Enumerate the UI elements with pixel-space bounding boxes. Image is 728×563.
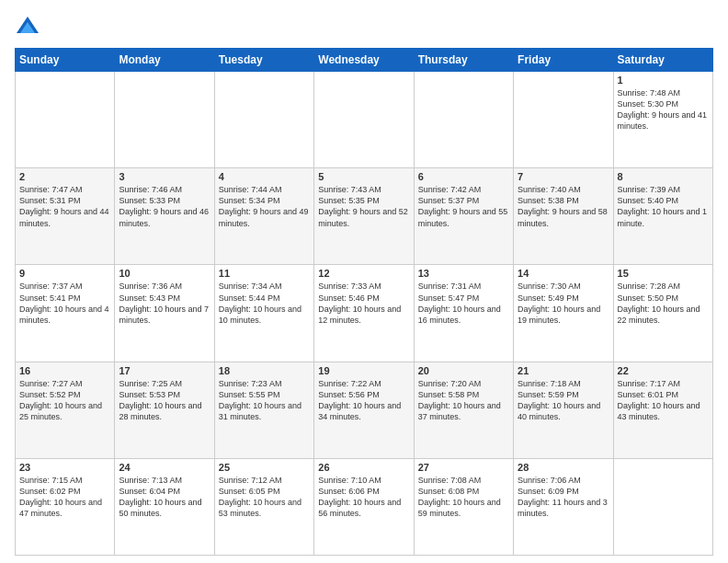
day-number: 15: [618, 268, 709, 279]
day-cell: 16Sunrise: 7:27 AM Sunset: 5:52 PM Dayli…: [16, 362, 115, 458]
day-cell: 13Sunrise: 7:31 AM Sunset: 5:47 PM Dayli…: [414, 265, 513, 362]
day-cell: 23Sunrise: 7:15 AM Sunset: 6:02 PM Dayli…: [16, 458, 115, 555]
day-info: Sunrise: 7:36 AM Sunset: 5:43 PM Dayligh…: [119, 281, 210, 326]
day-cell: 25Sunrise: 7:12 AM Sunset: 6:05 PM Dayli…: [214, 458, 313, 555]
day-info: Sunrise: 7:25 AM Sunset: 5:53 PM Dayligh…: [119, 378, 210, 423]
day-cell: 26Sunrise: 7:10 AM Sunset: 6:06 PM Dayli…: [314, 458, 414, 555]
day-cell: 17Sunrise: 7:25 AM Sunset: 5:53 PM Dayli…: [115, 362, 214, 458]
day-number: 22: [618, 365, 709, 376]
day-info: Sunrise: 7:20 AM Sunset: 5:58 PM Dayligh…: [418, 378, 509, 423]
day-info: Sunrise: 7:17 AM Sunset: 6:01 PM Dayligh…: [618, 378, 709, 423]
day-info: Sunrise: 7:42 AM Sunset: 5:37 PM Dayligh…: [418, 184, 509, 229]
weekday-tuesday: Tuesday: [214, 49, 313, 72]
calendar-body: 1Sunrise: 7:48 AM Sunset: 5:30 PM Daylig…: [16, 72, 713, 556]
day-cell: 19Sunrise: 7:22 AM Sunset: 5:56 PM Dayli…: [314, 362, 414, 458]
day-number: 6: [418, 171, 509, 182]
day-info: Sunrise: 7:23 AM Sunset: 5:55 PM Dayligh…: [219, 378, 310, 423]
day-number: 13: [418, 268, 509, 279]
weekday-sunday: Sunday: [16, 49, 115, 72]
day-number: 3: [119, 171, 210, 182]
day-info: Sunrise: 7:44 AM Sunset: 5:34 PM Dayligh…: [219, 184, 310, 229]
day-cell: 6Sunrise: 7:42 AM Sunset: 5:37 PM Daylig…: [414, 168, 513, 265]
day-info: Sunrise: 7:37 AM Sunset: 5:41 PM Dayligh…: [19, 281, 110, 326]
day-cell: 11Sunrise: 7:34 AM Sunset: 5:44 PM Dayli…: [214, 265, 313, 362]
day-cell: [514, 72, 613, 168]
day-number: 1: [618, 75, 709, 86]
weekday-thursday: Thursday: [414, 49, 513, 72]
day-number: 28: [518, 462, 609, 473]
calendar-table: SundayMondayTuesdayWednesdayThursdayFrid…: [15, 48, 713, 556]
day-number: 17: [119, 365, 210, 376]
day-number: 26: [318, 462, 409, 473]
day-number: 14: [518, 268, 609, 279]
day-cell: 28Sunrise: 7:06 AM Sunset: 6:09 PM Dayli…: [514, 458, 613, 555]
week-row-4: 23Sunrise: 7:15 AM Sunset: 6:02 PM Dayli…: [16, 458, 713, 555]
week-row-2: 9Sunrise: 7:37 AM Sunset: 5:41 PM Daylig…: [16, 265, 713, 362]
day-number: 8: [618, 171, 709, 182]
day-number: 19: [318, 365, 409, 376]
header: [15, 15, 713, 40]
day-info: Sunrise: 7:47 AM Sunset: 5:31 PM Dayligh…: [19, 184, 110, 229]
day-cell: 22Sunrise: 7:17 AM Sunset: 6:01 PM Dayli…: [613, 362, 712, 458]
day-number: 18: [219, 365, 310, 376]
day-info: Sunrise: 7:28 AM Sunset: 5:50 PM Dayligh…: [618, 281, 709, 326]
day-number: 21: [518, 365, 609, 376]
day-cell: 21Sunrise: 7:18 AM Sunset: 5:59 PM Dayli…: [514, 362, 613, 458]
logo: [15, 15, 44, 40]
day-number: 25: [219, 462, 310, 473]
logo-icon: [15, 15, 40, 40]
day-cell: 1Sunrise: 7:48 AM Sunset: 5:30 PM Daylig…: [613, 72, 712, 168]
day-number: 4: [219, 171, 310, 182]
day-number: 7: [518, 171, 609, 182]
day-info: Sunrise: 7:33 AM Sunset: 5:46 PM Dayligh…: [318, 281, 409, 326]
weekday-monday: Monday: [115, 49, 214, 72]
day-number: 20: [418, 365, 509, 376]
weekday-saturday: Saturday: [613, 49, 712, 72]
day-info: Sunrise: 7:46 AM Sunset: 5:33 PM Dayligh…: [119, 184, 210, 229]
day-number: 12: [318, 268, 409, 279]
day-cell: 20Sunrise: 7:20 AM Sunset: 5:58 PM Dayli…: [414, 362, 513, 458]
day-info: Sunrise: 7:22 AM Sunset: 5:56 PM Dayligh…: [318, 378, 409, 423]
day-info: Sunrise: 7:13 AM Sunset: 6:04 PM Dayligh…: [119, 475, 210, 520]
day-number: 23: [19, 462, 110, 473]
day-cell: [613, 458, 712, 555]
day-cell: [16, 72, 115, 168]
day-info: Sunrise: 7:06 AM Sunset: 6:09 PM Dayligh…: [518, 475, 609, 520]
day-number: 27: [418, 462, 509, 473]
day-info: Sunrise: 7:15 AM Sunset: 6:02 PM Dayligh…: [19, 475, 110, 520]
day-info: Sunrise: 7:27 AM Sunset: 5:52 PM Dayligh…: [19, 378, 110, 423]
day-info: Sunrise: 7:18 AM Sunset: 5:59 PM Dayligh…: [518, 378, 609, 423]
day-number: 10: [119, 268, 210, 279]
weekday-friday: Friday: [514, 49, 613, 72]
day-cell: [214, 72, 313, 168]
day-cell: [115, 72, 214, 168]
day-cell: 14Sunrise: 7:30 AM Sunset: 5:49 PM Dayli…: [514, 265, 613, 362]
weekday-wednesday: Wednesday: [314, 49, 414, 72]
day-cell: [314, 72, 414, 168]
day-info: Sunrise: 7:31 AM Sunset: 5:47 PM Dayligh…: [418, 281, 509, 326]
day-info: Sunrise: 7:39 AM Sunset: 5:40 PM Dayligh…: [618, 184, 709, 229]
day-info: Sunrise: 7:08 AM Sunset: 6:08 PM Dayligh…: [418, 475, 509, 520]
day-info: Sunrise: 7:43 AM Sunset: 5:35 PM Dayligh…: [318, 184, 409, 229]
day-cell: 15Sunrise: 7:28 AM Sunset: 5:50 PM Dayli…: [613, 265, 712, 362]
day-cell: 12Sunrise: 7:33 AM Sunset: 5:46 PM Dayli…: [314, 265, 414, 362]
day-cell: 27Sunrise: 7:08 AM Sunset: 6:08 PM Dayli…: [414, 458, 513, 555]
weekday-header-row: SundayMondayTuesdayWednesdayThursdayFrid…: [16, 49, 713, 72]
day-info: Sunrise: 7:40 AM Sunset: 5:38 PM Dayligh…: [518, 184, 609, 229]
week-row-3: 16Sunrise: 7:27 AM Sunset: 5:52 PM Dayli…: [16, 362, 713, 458]
day-number: 9: [19, 268, 110, 279]
week-row-1: 2Sunrise: 7:47 AM Sunset: 5:31 PM Daylig…: [16, 168, 713, 265]
day-cell: 18Sunrise: 7:23 AM Sunset: 5:55 PM Dayli…: [214, 362, 313, 458]
day-info: Sunrise: 7:34 AM Sunset: 5:44 PM Dayligh…: [219, 281, 310, 326]
day-info: Sunrise: 7:30 AM Sunset: 5:49 PM Dayligh…: [518, 281, 609, 326]
page: SundayMondayTuesdayWednesdayThursdayFrid…: [0, 0, 728, 563]
day-cell: 3Sunrise: 7:46 AM Sunset: 5:33 PM Daylig…: [115, 168, 214, 265]
day-cell: 8Sunrise: 7:39 AM Sunset: 5:40 PM Daylig…: [613, 168, 712, 265]
day-cell: 10Sunrise: 7:36 AM Sunset: 5:43 PM Dayli…: [115, 265, 214, 362]
week-row-0: 1Sunrise: 7:48 AM Sunset: 5:30 PM Daylig…: [16, 72, 713, 168]
day-info: Sunrise: 7:48 AM Sunset: 5:30 PM Dayligh…: [618, 87, 709, 132]
day-cell: [414, 72, 513, 168]
day-number: 24: [119, 462, 210, 473]
day-cell: 5Sunrise: 7:43 AM Sunset: 5:35 PM Daylig…: [314, 168, 414, 265]
day-cell: 7Sunrise: 7:40 AM Sunset: 5:38 PM Daylig…: [514, 168, 613, 265]
